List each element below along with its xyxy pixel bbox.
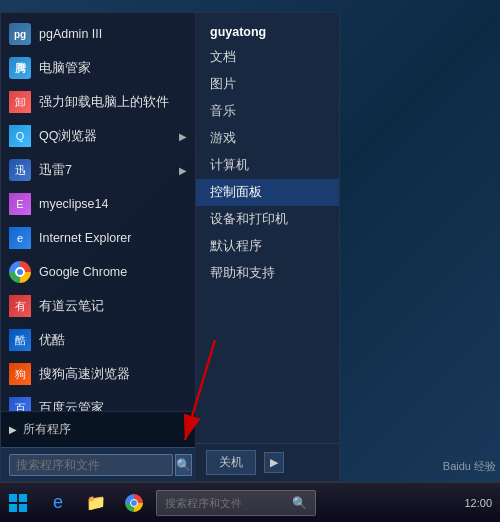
start-menu: pg pgAdmin III 腾 电脑管家 卸 强力卸载电脑上的软件 Q QQ浏… bbox=[0, 12, 340, 482]
sougou-icon: 狗 bbox=[9, 363, 31, 385]
app-label-ie: Internet Explorer bbox=[39, 231, 131, 245]
app-item-youdao[interactable]: 有 有道云笔记 bbox=[1, 289, 195, 323]
taskbar-ie-icon[interactable]: e bbox=[40, 485, 76, 521]
windows-logo-icon bbox=[9, 494, 27, 512]
right-item-devices[interactable]: 设备和打印机 bbox=[196, 206, 339, 233]
app-item-yinyin[interactable]: 迅 迅雷7 ▶ bbox=[1, 153, 195, 187]
taskbar-right-area: 12:00 bbox=[464, 497, 500, 509]
desktop: pg pgAdmin III 腾 电脑管家 卸 强力卸载电脑上的软件 Q QQ浏… bbox=[0, 0, 500, 522]
right-item-computer[interactable]: 计算机 bbox=[196, 152, 339, 179]
start-button[interactable] bbox=[0, 483, 36, 523]
shutdown-button[interactable]: 关机 bbox=[206, 450, 256, 475]
app-label-uninstall: 强力卸载电脑上的软件 bbox=[39, 94, 169, 111]
start-menu-right: guyatong 文档 图片 音乐 游戏 计算机 控制面板 设备和打印机 默认程… bbox=[196, 13, 339, 481]
baidu-icon: 百 bbox=[9, 397, 31, 411]
app-item-uninstall[interactable]: 卸 强力卸载电脑上的软件 bbox=[1, 85, 195, 119]
app-item-youku[interactable]: 酷 优酷 bbox=[1, 323, 195, 357]
all-programs-button[interactable]: ▶ 所有程序 bbox=[9, 421, 71, 438]
taskbar-pinned-icons: e 📁 bbox=[36, 485, 156, 521]
win-logo-bl bbox=[9, 504, 17, 512]
taskbar-search-input[interactable] bbox=[165, 497, 288, 509]
right-item-defaults[interactable]: 默认程序 bbox=[196, 233, 339, 260]
all-programs-label: 所有程序 bbox=[23, 421, 71, 438]
win-logo-tr bbox=[19, 494, 27, 502]
taskbar-search-box[interactable]: 🔍 bbox=[156, 490, 316, 516]
app-label-computer-manager: 电脑管家 bbox=[39, 60, 91, 77]
app-item-myeclipse[interactable]: E myeclipse14 bbox=[1, 187, 195, 221]
start-search-input[interactable] bbox=[9, 454, 173, 476]
right-menu-list: guyatong 文档 图片 音乐 游戏 计算机 控制面板 设备和打印机 默认程… bbox=[196, 13, 339, 443]
taskbar-chrome-taskbar-icon[interactable] bbox=[116, 485, 152, 521]
right-item-pictures[interactable]: 图片 bbox=[196, 71, 339, 98]
win-logo-tl bbox=[9, 494, 17, 502]
app-label-pgadmin: pgAdmin III bbox=[39, 27, 102, 41]
right-item-documents[interactable]: 文档 bbox=[196, 44, 339, 71]
win-logo-br bbox=[19, 504, 27, 512]
shutdown-arrow-button[interactable]: ▶ bbox=[264, 452, 284, 473]
app-item-chrome[interactable]: Google Chrome bbox=[1, 255, 195, 289]
app-label-myeclipse: myeclipse14 bbox=[39, 197, 108, 211]
app-item-qq[interactable]: Q QQ浏览器 ▶ bbox=[1, 119, 195, 153]
youdao-icon: 有 bbox=[9, 295, 31, 317]
app-item-baidu[interactable]: 百 百度云管家 bbox=[1, 391, 195, 411]
qq-arrow: ▶ bbox=[179, 131, 187, 142]
qq-icon: Q bbox=[9, 125, 31, 147]
right-item-control-panel[interactable]: 控制面板 bbox=[196, 179, 339, 206]
computer-manager-icon: 腾 bbox=[9, 57, 31, 79]
shutdown-section: 关机 ▶ bbox=[196, 443, 339, 481]
taskbar-search-icon: 🔍 bbox=[292, 496, 307, 510]
app-label-yinyin: 迅雷7 bbox=[39, 162, 72, 179]
start-menu-left: pg pgAdmin III 腾 电脑管家 卸 强力卸载电脑上的软件 Q QQ浏… bbox=[1, 13, 196, 481]
pgadmin-icon: pg bbox=[9, 23, 31, 45]
watermark: Baidu 经验 bbox=[443, 459, 496, 474]
right-item-games[interactable]: 游戏 bbox=[196, 125, 339, 152]
taskbar: e 📁 🔍 12:00 bbox=[0, 482, 500, 522]
app-label-baidu: 百度云管家 bbox=[39, 400, 104, 412]
app-label-youku: 优酷 bbox=[39, 332, 65, 349]
ie-icon: e bbox=[9, 227, 31, 249]
app-list: pg pgAdmin III 腾 电脑管家 卸 强力卸载电脑上的软件 Q QQ浏… bbox=[1, 13, 195, 411]
taskbar-explorer-icon[interactable]: 📁 bbox=[78, 485, 114, 521]
app-label-chrome: Google Chrome bbox=[39, 265, 127, 279]
youku-icon: 酷 bbox=[9, 329, 31, 351]
right-item-help[interactable]: 帮助和支持 bbox=[196, 260, 339, 287]
app-item-pgadmin[interactable]: pg pgAdmin III bbox=[1, 17, 195, 51]
right-item-music[interactable]: 音乐 bbox=[196, 98, 339, 125]
all-programs-arrow-icon: ▶ bbox=[9, 424, 17, 435]
app-label-sougou: 搜狗高速浏览器 bbox=[39, 366, 130, 383]
myeclipse-icon: E bbox=[9, 193, 31, 215]
chrome-icon bbox=[9, 261, 31, 283]
start-search-button[interactable]: 🔍 bbox=[175, 454, 192, 476]
taskbar-clock: 12:00 bbox=[464, 497, 496, 509]
yinyin-arrow: ▶ bbox=[179, 165, 187, 176]
watermark-text: Baidu 经验 bbox=[443, 460, 496, 472]
app-item-sougou[interactable]: 狗 搜狗高速浏览器 bbox=[1, 357, 195, 391]
app-label-youdao: 有道云笔记 bbox=[39, 298, 104, 315]
uninstall-icon: 卸 bbox=[9, 91, 31, 113]
app-label-qq: QQ浏览器 bbox=[39, 128, 97, 145]
right-item-username[interactable]: guyatong bbox=[196, 17, 339, 44]
start-search-bar: 🔍 bbox=[1, 447, 195, 481]
yinyin-icon: 迅 bbox=[9, 159, 31, 181]
app-item-ie[interactable]: e Internet Explorer bbox=[1, 221, 195, 255]
app-item-computer-manager[interactable]: 腾 电脑管家 bbox=[1, 51, 195, 85]
all-programs-section: ▶ 所有程序 bbox=[1, 411, 195, 447]
